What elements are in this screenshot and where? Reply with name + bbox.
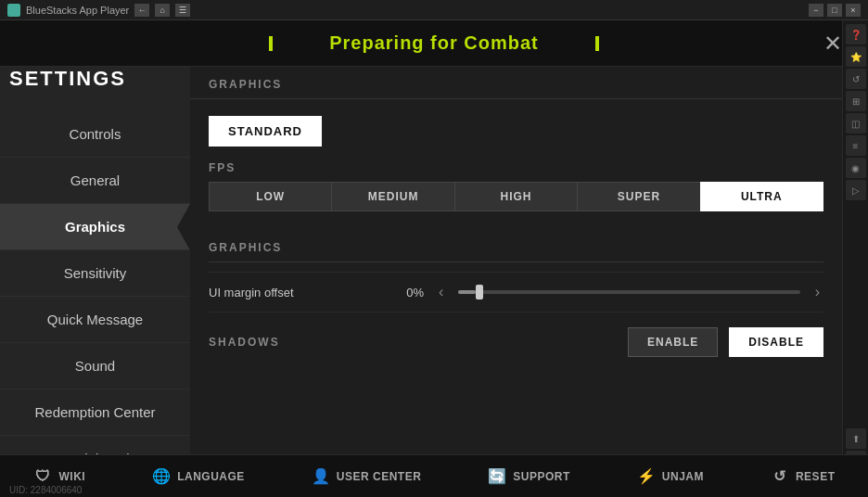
divider-2 (209, 261, 823, 262)
graphics-header-2: GRAPHICS (209, 230, 823, 261)
footer-reset-label: RESET (796, 470, 836, 483)
rt-btn-7[interactable]: ◉ (846, 158, 866, 178)
quality-row: STANDARD (190, 108, 842, 161)
settings-title: SETTINGS (9, 67, 126, 91)
footer-wiki-label: WIKI (58, 470, 85, 483)
right-toolbar: ❓ ⭐ ↺ ⊞ ◫ ≡ ◉ ▷ ⬆ ⬇ (842, 20, 868, 475)
menu-button[interactable]: ☰ (175, 4, 190, 17)
fps-medium-button[interactable]: MEDIUM (331, 182, 453, 211)
fps-super-button[interactable]: SUPER (577, 182, 699, 211)
reset-icon: ↺ (770, 466, 790, 487)
fps-ultra-button[interactable]: ULTRA (700, 182, 823, 211)
maximize-button[interactable]: □ (827, 4, 842, 17)
shadows-disable-button[interactable]: DISABLE (729, 327, 823, 357)
app-title: BlueStacks App Player (26, 5, 129, 16)
sidebar-item-quick-message[interactable]: Quick Message (0, 297, 190, 343)
shadows-header: SHADOWS (209, 336, 617, 349)
shadows-row: SHADOWS ENABLE DISABLE (190, 316, 842, 368)
sidebar-item-controls[interactable]: Controls (0, 111, 190, 158)
rt-btn-4[interactable]: ⊞ (846, 91, 866, 111)
wiki-icon: 🛡 (32, 466, 53, 487)
sidebar-item-general[interactable]: General (0, 158, 190, 204)
window-controls: − □ × (809, 4, 861, 17)
fps-header: FPS (209, 161, 823, 174)
game-bar: Preparing for Combat ✕ (0, 20, 868, 67)
footer-user-center-label: USER CENTER (337, 470, 422, 483)
uid-text: UID: 2284006640 (9, 485, 82, 495)
sidebar-item-graphics[interactable]: Graphics (0, 204, 190, 250)
main-area: Controls General Graphics Sensitivity Qu… (0, 67, 868, 454)
slider-arrow-left[interactable]: ‹ (435, 284, 447, 300)
footer-unjam-label: UNJAM (662, 470, 704, 483)
fps-section: FPS LOW MEDIUM HIGH SUPER ULTRA (190, 161, 842, 226)
rt-btn-5[interactable]: ◫ (846, 113, 866, 134)
fps-buttons: LOW MEDIUM HIGH SUPER ULTRA (209, 182, 823, 211)
slider-label: UI margin offset (209, 286, 376, 299)
sidebar-item-sensitivity[interactable]: Sensitivity (0, 250, 190, 297)
game-bar-title: Preparing for Combat (329, 32, 539, 54)
sidebar: Controls General Graphics Sensitivity Qu… (0, 67, 190, 454)
slider-track[interactable] (458, 290, 799, 294)
rt-btn-8[interactable]: ▷ (846, 180, 866, 200)
language-icon: 🌐 (151, 466, 172, 487)
footer: 🛡 WIKI 🌐 LANGUAGE 👤 USER CENTER 🔄 SUPPOR… (0, 454, 868, 497)
footer-support[interactable]: 🔄 SUPPORT (479, 463, 578, 491)
rt-btn-2[interactable]: ⭐ (846, 46, 866, 67)
footer-unjam[interactable]: ⚡ UNJAM (629, 463, 711, 491)
content-panel: GRAPHICS STANDARD FPS LOW MEDIUM HIGH SU… (190, 67, 842, 454)
rt-btn-6[interactable]: ≡ (846, 135, 866, 156)
rt-btn-3[interactable]: ↺ (846, 69, 866, 89)
title-bar-left: BlueStacks App Player ← ⌂ ☰ (7, 4, 190, 17)
quality-standard-button[interactable]: STANDARD (209, 116, 322, 147)
footer-reset[interactable]: ↺ RESET (762, 463, 843, 491)
footer-language[interactable]: 🌐 LANGUAGE (144, 463, 252, 491)
shadows-enable-button[interactable]: ENABLE (628, 327, 718, 357)
back-button[interactable]: ← (134, 4, 149, 17)
divider-1 (190, 98, 842, 99)
fps-high-button[interactable]: HIGH (454, 182, 577, 211)
fps-low-button[interactable]: LOW (209, 182, 331, 211)
rt-btn-bottom-1[interactable]: ⬆ (846, 428, 866, 449)
title-bar: BlueStacks App Player ← ⌂ ☰ − □ × (0, 0, 868, 20)
slider-fill (458, 290, 475, 294)
support-icon: 🔄 (487, 466, 507, 487)
footer-language-label: LANGUAGE (177, 470, 245, 483)
minimize-button[interactable]: − (809, 4, 823, 17)
slider-row: UI margin offset 0% ‹ › (209, 272, 823, 312)
sidebar-item-redemption-center[interactable]: Redemption Center (0, 389, 190, 436)
bar-marker-right (595, 36, 599, 51)
slider-arrow-right[interactable]: › (811, 284, 823, 300)
graphics-header-1: GRAPHICS (190, 67, 842, 98)
app-logo (7, 4, 20, 17)
sidebar-item-sound[interactable]: Sound (0, 343, 190, 389)
user-center-icon: 👤 (311, 466, 331, 487)
slider-thumb[interactable] (476, 285, 483, 299)
graphics-section-2: GRAPHICS UI margin offset 0% ‹ › (190, 226, 842, 316)
rt-btn-1[interactable]: ❓ (846, 24, 866, 45)
close-window-button[interactable]: × (846, 4, 861, 17)
bar-marker-left (269, 36, 273, 51)
footer-user-center[interactable]: 👤 USER CENTER (303, 463, 429, 491)
slider-value: 0% (387, 286, 424, 299)
unjam-icon: ⚡ (636, 466, 657, 487)
home-button[interactable]: ⌂ (155, 4, 170, 17)
footer-support-label: SUPPORT (513, 470, 570, 483)
